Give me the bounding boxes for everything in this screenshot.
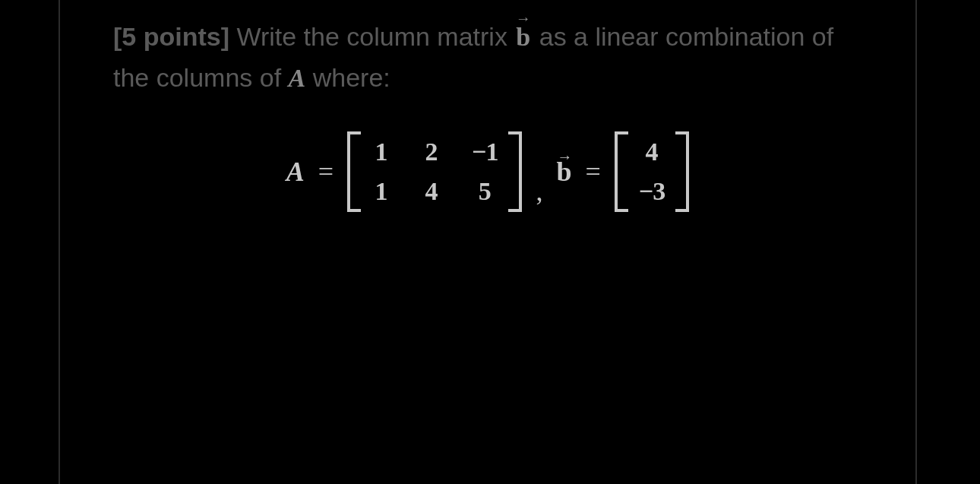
matrix-cell: −1 (472, 138, 498, 166)
A-label: A (286, 156, 305, 188)
vector-b: 4 −3 (615, 131, 689, 212)
vector-b-symbol: →b (514, 17, 532, 58)
right-bracket-icon (508, 131, 522, 212)
vector-b-body: 4 −3 (628, 131, 675, 212)
equals-sign-2: = (586, 156, 601, 188)
slide-frame: [5 points] Write the column matrix →b as… (58, 0, 917, 484)
matrix-cell: −3 (639, 177, 665, 206)
matrix-A: 1 2 −1 1 4 5 (347, 131, 522, 212)
matrix-cell: 1 (371, 177, 391, 206)
prompt-text-1: Write the column matrix (229, 22, 514, 51)
vector-arrow-icon: → (556, 148, 571, 166)
comma: , (536, 176, 542, 207)
left-bracket-icon (347, 131, 361, 212)
vector-b-label: → b (556, 156, 571, 188)
matrix-cell: 4 (639, 138, 665, 166)
right-bracket-icon (675, 131, 689, 212)
matrix-cell: 1 (371, 138, 391, 166)
matrix-A-body: 1 2 −1 1 4 5 (361, 131, 508, 212)
points-label: [5 points] (113, 22, 229, 51)
left-bracket-icon (615, 131, 628, 212)
equals-sign-1: = (318, 156, 334, 188)
vector-arrow-icon: → (514, 7, 532, 30)
matrix-A-symbol: A (289, 64, 306, 92)
matrix-cell: 5 (472, 177, 498, 206)
prompt-text-3: where: (305, 63, 390, 92)
equation-area: A = 1 2 −1 1 4 5 , → b = (113, 131, 862, 212)
equation: A = 1 2 −1 1 4 5 , → b = (286, 131, 689, 212)
matrix-cell: 4 (422, 177, 441, 206)
question-prompt: [5 points] Write the column matrix →b as… (113, 17, 862, 98)
matrix-cell: 2 (422, 138, 441, 166)
